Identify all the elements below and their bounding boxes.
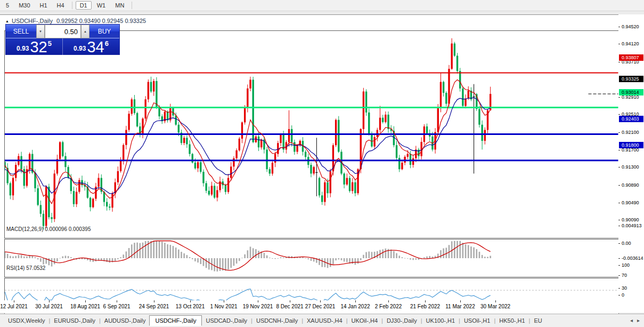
timeframe-button-H1[interactable]: H1 bbox=[36, 1, 52, 10]
date-tick-mark bbox=[49, 300, 50, 302]
date-axis-label: 30 Jul 2021 bbox=[35, 304, 63, 309]
date-axis-label: 2 Feb 2022 bbox=[375, 304, 402, 309]
axis-tick-mark bbox=[618, 220, 620, 220]
tab-uk100-h1[interactable]: UK100-,H1 bbox=[422, 316, 459, 325]
price-level-badge: 0.93807 bbox=[619, 54, 643, 61]
date-tick-mark bbox=[290, 300, 290, 302]
date-axis-label: 21 Feb 2022 bbox=[410, 304, 440, 309]
rsi-axis-label: 30 bbox=[622, 285, 627, 291]
date-tick-mark bbox=[154, 300, 154, 302]
date-axis-label: 13 Oct 2021 bbox=[176, 304, 205, 309]
timeframe-toolbar: 5M30H1H4D1W1MN bbox=[0, 0, 644, 11]
price-axis[interactable]: 0.945200.941200.937100.929100.925100.921… bbox=[618, 14, 644, 313]
date-tick-mark bbox=[117, 300, 117, 302]
date-tick-mark bbox=[190, 300, 191, 302]
date-axis-label: 18 Aug 2021 bbox=[70, 304, 100, 309]
date-tick-mark bbox=[14, 300, 14, 302]
toolbar-separator bbox=[132, 2, 132, 9]
price-axis-label: 0.92100 bbox=[622, 130, 639, 135]
date-tick-mark bbox=[460, 300, 461, 302]
macd-label: MACD(12,26,9) 0.000096 0.000395 bbox=[6, 226, 91, 232]
tab-eurusd-daily[interactable]: EURUSD-,Daily bbox=[50, 316, 99, 325]
collapse-panel-icon[interactable]: ▲ bbox=[5, 19, 9, 23]
axis-tick-mark bbox=[618, 114, 620, 115]
tab-xauusd-h4[interactable]: XAUUSD-,H4 bbox=[303, 316, 346, 325]
price-level-badge: 0.93325 bbox=[619, 76, 643, 82]
buy-price[interactable]: 0.93 34 6 bbox=[63, 38, 119, 55]
sell-price-prefix: 0.93 bbox=[17, 45, 29, 52]
app-root: { "toolbar": { "timeframes": [ {"label":… bbox=[0, 0, 644, 327]
sell-button[interactable]: SELL bbox=[6, 25, 36, 38]
date-axis-label: 30 Mar 2022 bbox=[480, 304, 510, 309]
tab-usdchf-daily[interactable]: USDCHF-,Daily bbox=[149, 315, 202, 326]
rsi-axis-label: 0 bbox=[622, 292, 624, 298]
date-axis-label: 24 Sep 2021 bbox=[139, 304, 169, 309]
date-axis-label: 19 Nov 2021 bbox=[243, 304, 273, 309]
axis-tick-mark bbox=[618, 44, 620, 44]
date-axis-label: 1 Nov 2021 bbox=[210, 304, 237, 309]
macd-panel[interactable] bbox=[4, 239, 619, 277]
date-tick-mark bbox=[258, 300, 258, 302]
macd-axis-label: -0.003614 bbox=[622, 256, 643, 261]
tab-dj30-daily[interactable]: DJ30-,Daily bbox=[383, 316, 421, 325]
sell-price-big: 32 bbox=[30, 40, 47, 54]
date-tick-mark bbox=[85, 300, 86, 302]
axis-tick-mark bbox=[618, 295, 620, 296]
timeframe-button-D1[interactable]: D1 bbox=[76, 1, 92, 10]
date-axis[interactable]: 12 Jul 202130 Jul 202118 Aug 20216 Sep 2… bbox=[4, 300, 619, 313]
axis-tick-mark bbox=[618, 288, 620, 289]
date-axis-label: 14 Jan 2022 bbox=[340, 304, 370, 309]
date-tick-mark bbox=[388, 300, 389, 302]
axis-tick-mark bbox=[618, 62, 620, 62]
tab-hk50-h1[interactable]: HK50-,H1 bbox=[495, 316, 528, 325]
volume-input[interactable]: 0.50 bbox=[45, 25, 81, 38]
timeframe-button-M30[interactable]: M30 bbox=[14, 1, 34, 10]
date-axis-label: 8 Dec 2021 bbox=[276, 304, 303, 309]
axis-tick-mark bbox=[618, 132, 620, 133]
axis-tick-mark bbox=[618, 27, 620, 27]
date-axis-label: 27 Dec 2021 bbox=[305, 304, 336, 309]
price-level-badge: 0.91800 bbox=[619, 142, 643, 148]
axis-tick-mark bbox=[618, 258, 620, 259]
price-chart[interactable] bbox=[4, 30, 619, 238]
tab-scroll-left-icon[interactable]: ◂ bbox=[630, 317, 633, 323]
tab-eu[interactable]: EU bbox=[530, 316, 545, 325]
axis-tick-mark bbox=[618, 203, 620, 203]
tab-usdcnh-daily[interactable]: USDCNH-,Daily bbox=[252, 316, 301, 325]
tab-ukoil-h4[interactable]: UKOil-,H4 bbox=[348, 316, 382, 325]
buy-price-sup: 6 bbox=[105, 39, 109, 47]
macd-name: MACD(12,26,9) bbox=[6, 226, 43, 232]
axis-tick-mark bbox=[618, 97, 620, 98]
price-axis-label: 0.90890 bbox=[622, 182, 639, 188]
macd-axis-label: 0.00 bbox=[622, 241, 631, 246]
volume-increase-button[interactable]: ▲ bbox=[81, 25, 89, 38]
price-level-badge: 0.92403 bbox=[619, 116, 643, 122]
tab-usdx-weekly[interactable]: USDX,Weekly bbox=[4, 316, 48, 325]
axis-tick-mark bbox=[618, 226, 620, 226]
tab-audusd-daily[interactable]: AUDUSD-,Daily bbox=[101, 316, 150, 325]
volume-decrease-button[interactable]: ▼ bbox=[36, 25, 45, 38]
tab-usoil-h1[interactable]: USOil-,H1 bbox=[460, 316, 494, 325]
buy-price-prefix: 0.93 bbox=[74, 45, 86, 52]
macd-axis-label: 0.004913 bbox=[622, 223, 642, 228]
date-tick-mark bbox=[495, 300, 496, 302]
timeframe-button-W1[interactable]: W1 bbox=[93, 1, 110, 10]
rsi-axis-label: 70 bbox=[622, 273, 627, 278]
date-tick-mark bbox=[355, 300, 356, 302]
timeframe-button-H4[interactable]: H4 bbox=[53, 1, 69, 10]
timeframe-button-MN[interactable]: MN bbox=[111, 1, 128, 10]
price-axis-label: 0.90490 bbox=[622, 200, 639, 205]
date-tick-mark bbox=[224, 300, 224, 302]
buy-button[interactable]: BUY bbox=[89, 25, 119, 38]
tab-usdcad-daily[interactable]: USDCAD-,Daily bbox=[202, 316, 251, 325]
price-axis-label: 0.94120 bbox=[622, 41, 639, 46]
axis-tick-mark bbox=[618, 243, 620, 244]
macd-current-values: 0.000096 0.000395 bbox=[45, 226, 91, 232]
timeframe-button-5[interactable]: 5 bbox=[2, 1, 13, 10]
tab-scroll-right-icon[interactable]: ▸ bbox=[637, 317, 640, 323]
price-axis-label: 0.94520 bbox=[622, 24, 639, 29]
chart-symbol-title: USDCHF-,Daily bbox=[12, 18, 53, 24]
axis-tick-mark bbox=[618, 150, 620, 150]
date-tick-mark bbox=[320, 300, 321, 302]
sell-price[interactable]: 0.93 32 5 bbox=[6, 38, 63, 55]
